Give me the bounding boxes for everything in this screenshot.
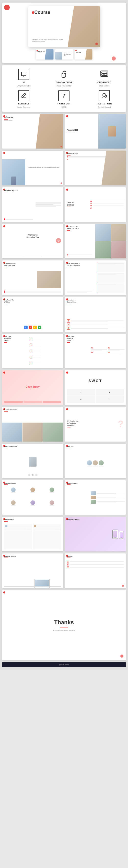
organized-sublabel: Slide Section xyxy=(99,85,110,87)
slide-meet-our-person-2 xyxy=(93,460,98,466)
slide-swot-content: SWOT S W O T xyxy=(65,370,126,405)
slide-cover-logo: eCourse xyxy=(4,116,13,119)
slide-webinar-item-2 xyxy=(36,204,61,204)
slide-swot-w: W xyxy=(95,389,124,396)
slide-four-step-item-03: 03 xyxy=(91,351,107,355)
slide-get-i1-l2 xyxy=(98,264,116,265)
float-slide-2-photo xyxy=(55,52,62,60)
slide-contact-location: 📍 xyxy=(67,566,124,568)
slide-row-9: Further Resource It's Time for Youto Ask… xyxy=(2,407,126,441)
slide-financial-content: Financial 101 Learn more about finance xyxy=(65,114,126,149)
slide-get: What will you get if you join our course xyxy=(65,260,126,295)
slide-mockup-phone-1-button xyxy=(115,537,116,538)
slide-testimonial-card-2 xyxy=(33,524,61,549)
drag-drop-sublabel: Image Placeholder xyxy=(56,85,71,87)
slide-row-8: Case Study SWOT S W O xyxy=(2,370,126,405)
slide-contact-bar xyxy=(67,558,71,558)
slide-date-cal-1: 📅 xyxy=(67,319,70,322)
slide-cover-logo-area: eCourse Powerpoint Template xyxy=(4,116,13,121)
slide-not-match-item-dot-1 xyxy=(67,254,68,255)
font-label: FREE FONT xyxy=(57,102,71,105)
slide-get-items xyxy=(97,262,124,293)
slide-not-match-2: The Course NotMatch For You xyxy=(2,260,63,295)
slide-people-av-5 xyxy=(30,500,35,505)
slide-meet-our-title: Meet Our xyxy=(67,446,74,447)
slide-get-content: What will you get if you join our course xyxy=(65,260,126,295)
slide-other-courses-title: Other Courses xyxy=(67,483,78,484)
slide-testimonial-name-1 xyxy=(8,526,32,527)
slide-people-av-3 xyxy=(50,488,54,492)
slide-outline-line-1 xyxy=(93,201,124,202)
slide-outline-line-4 xyxy=(93,208,124,208)
slide-about-dot-3 xyxy=(67,159,68,160)
slide-webinar-item-3 xyxy=(36,204,53,205)
slide-testimonial-avatar-1 xyxy=(5,525,7,527)
slide-webinar-list-2 xyxy=(4,219,33,220)
editable-label: EDITABLE xyxy=(18,102,29,105)
slide-not-match-item-line-1 xyxy=(68,254,92,255)
feature-font: T FREE FONT USED xyxy=(45,90,83,108)
slide-resource-title: Further Resource xyxy=(4,409,17,410)
slide-five-step-circle-1: 1 xyxy=(30,338,32,340)
slide-swot-t: T xyxy=(95,396,124,403)
slide-mockup-phone-2 xyxy=(119,531,123,539)
slide-row-5: The Course NotMatch For You xyxy=(2,260,126,295)
slide-qa-content: It's Time for Youto Ask SomeQuestions ? xyxy=(65,407,126,441)
slide-tools-title: The Tools WeWill Use xyxy=(4,299,14,303)
slide-not-match-photo-1 xyxy=(95,224,111,241)
slide-people-title-area: Meet Our People xyxy=(4,483,16,486)
slide-tools-title-area: The Tools WeWill Use xyxy=(4,299,14,305)
slide-five-step-nums: 1 2 3 4 5 xyxy=(30,336,62,366)
slide-founder-title-area: Meet Our Founder xyxy=(4,446,17,449)
slide-four-step-bar xyxy=(67,342,70,343)
slide-people-nm-4 xyxy=(11,505,15,506)
slide-match-content: The CourseMatch For You xyxy=(2,224,63,259)
slide-other-courses-item-1 xyxy=(91,491,124,495)
slide-tool-1-icon: G xyxy=(25,327,26,328)
slide-contact-phone-symbol: ☎ xyxy=(67,564,69,565)
slide-four-step-l-03 xyxy=(91,354,107,354)
slide-row-1: eCourse Powerpoint Template Financial 10… xyxy=(2,114,126,149)
slide-about-bar xyxy=(67,155,71,155)
organized-label: ORGANIZED xyxy=(97,81,111,84)
slide-outline-dot xyxy=(66,189,68,191)
slide-five-step-2: 2 xyxy=(30,344,41,346)
slide-match-title: The CourseMatch For You xyxy=(27,234,39,238)
slide-not-match-2-content: The Course NotMatch For You xyxy=(2,260,63,295)
slide-not-match-title-area: The Course NotMatch For You II xyxy=(67,226,79,231)
slide-meet-our-bar xyxy=(67,448,71,448)
hero-logo: eCourse xyxy=(32,10,50,15)
slide-other-courses-title-area: Other Courses xyxy=(67,483,78,486)
slide-contact-title: Contact xyxy=(67,556,73,557)
slide-four-step-num-03: 03 xyxy=(91,351,93,353)
slide-testimonial-title: Testimonial xyxy=(4,519,61,521)
slide-tools-icons: G Y Z T xyxy=(4,326,61,329)
slide-four-step-l-01 xyxy=(91,349,107,350)
slide-five-step-circle-3: 3 xyxy=(30,350,32,352)
slide-thanks-dot xyxy=(3,591,5,593)
svg-point-9 xyxy=(103,93,106,96)
slide-testimonial-card-1 xyxy=(4,524,32,549)
slide-about-dot-2 xyxy=(67,158,68,158)
svg-line-3 xyxy=(65,71,66,72)
slide-four-step-l-04b xyxy=(108,355,120,355)
slide-date-l2-2 xyxy=(71,324,108,325)
slide-people-nm-3 xyxy=(50,492,54,493)
slide-thanks-bar xyxy=(60,627,68,628)
slide-webinar-list-dot-1 xyxy=(4,218,5,219)
slide-mockup-screens-bar xyxy=(67,521,71,521)
float-slide-2-quote: "Success is not final; failure is not fa… xyxy=(63,53,72,56)
slide-not-match-2-l3 xyxy=(5,292,61,293)
slide-testimonial-card-1-header xyxy=(5,525,32,527)
slide-resource-photo-3 xyxy=(43,423,63,441)
slide-financial-text: Financial 101 Learn more about finance xyxy=(67,129,78,134)
watermark-bar: gfxtra.com xyxy=(2,662,126,667)
slide-other-courses-item-3 xyxy=(91,500,124,504)
slide-resource: Further Resource xyxy=(2,407,63,441)
slide-founder-content: Meet Our Founder f t in xyxy=(2,444,63,478)
slide-outline-content: CourseOutline 01 02 03 xyxy=(65,187,126,222)
slide-not-match-item-2 xyxy=(67,255,92,256)
slide-five-step-l-4 xyxy=(33,357,41,358)
slide-four-step-l-04 xyxy=(108,354,124,354)
slide-tools: The Tools WeWill Use G Y Z T xyxy=(2,297,63,332)
